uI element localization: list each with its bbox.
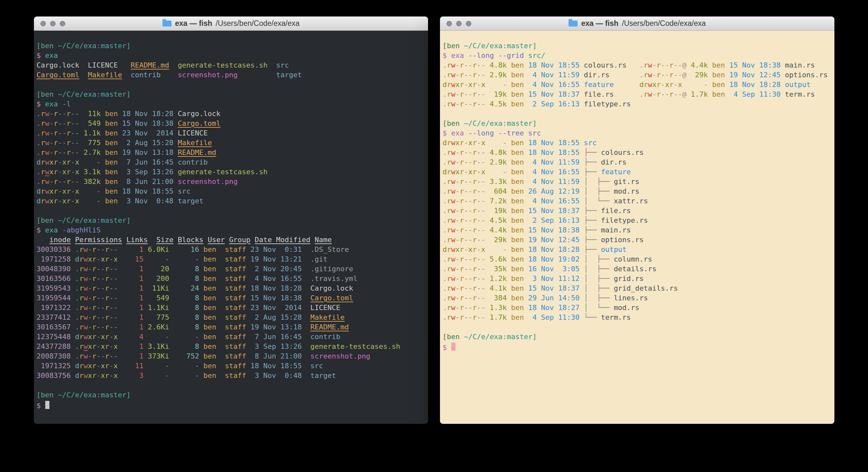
text-run: src <box>276 61 289 69</box>
perm-char: x <box>481 81 485 89</box>
text-run: term.rs <box>785 90 815 98</box>
perm-char: r <box>105 313 109 321</box>
perm-char: - <box>477 216 481 224</box>
perm-char: - <box>477 284 481 292</box>
perm-char: - <box>477 265 481 273</box>
close-button[interactable] <box>446 21 452 26</box>
perm-char: r <box>105 352 109 360</box>
perm-char: . <box>442 158 447 166</box>
terminal-content[interactable]: [ben ~/C/e/exa:master]$ exaCargo.lock LI… <box>34 31 428 424</box>
text-run: 3.3k <box>486 177 507 185</box>
perm-char: r <box>105 294 109 302</box>
text-run: filetype.rs <box>584 100 631 108</box>
text-run: 15 Nov 18:37 <box>528 207 584 215</box>
text-run: 3 Nov 11:12 <box>528 274 584 283</box>
terminal-line: $ exa --long --tree src <box>442 128 832 138</box>
titlebar[interactable]: exa — fish /Users/ben/Code/exa/exa <box>34 17 428 31</box>
text-run: lines.rs <box>614 294 648 302</box>
text-run: ben <box>507 197 528 205</box>
perm-char: . <box>75 313 79 321</box>
text-run: │ ├── <box>584 255 614 263</box>
perm-char: - <box>96 265 100 273</box>
text-run: 31959543 <box>36 284 71 292</box>
perm-char: w <box>84 284 88 292</box>
text-run: 15 Nov 18:38 <box>730 61 785 69</box>
perm-char: - <box>468 177 473 185</box>
perm-char: w <box>451 81 456 89</box>
zoom-button[interactable] <box>466 21 471 26</box>
text-run: - <box>80 158 101 166</box>
text-run <box>148 236 156 244</box>
close-button[interactable] <box>40 21 46 26</box>
text-run <box>71 255 75 263</box>
perm-char: - <box>88 284 92 292</box>
text-run <box>122 71 131 79</box>
perm-char: . <box>36 148 41 156</box>
perm-char: . <box>442 236 447 244</box>
perm-char: - <box>101 303 105 312</box>
text-run: ben <box>101 148 122 156</box>
perm-char: - <box>58 177 62 185</box>
perm-char: w <box>648 81 652 89</box>
text-run: src <box>528 129 541 137</box>
terminal-line: drwxr-xr-x - ben 4 Nov 16:55 feature drw… <box>442 80 832 90</box>
perm-char: r <box>41 119 45 127</box>
terminal-line: .rw-r--r-- 775 ben 2 Aug 15:28 Makefile <box>36 138 426 148</box>
perm-char: w <box>84 245 88 254</box>
text-run: 18 Nov 18:28 <box>730 81 785 89</box>
perm-char: x <box>468 139 473 147</box>
perm-char: - <box>464 216 468 224</box>
text-run: screenshot.png <box>178 177 238 185</box>
perm-char: r <box>92 342 96 350</box>
perm-char: w <box>451 168 456 176</box>
perm-char: r <box>473 81 477 89</box>
perm-char: - <box>477 303 481 312</box>
perm-char: - <box>456 313 460 321</box>
perm-char: - <box>58 197 62 205</box>
minimize-button[interactable] <box>456 21 462 26</box>
perm-char: r <box>473 177 477 185</box>
perm-char: - <box>58 168 62 176</box>
perm-char: - <box>96 255 100 263</box>
terminal-line: 1971325 drwxr-xr-x 11 - - ben staff 18 N… <box>36 361 426 371</box>
perm-char: - <box>456 177 460 185</box>
text-run: 19k <box>486 207 507 215</box>
perm-char: r <box>669 90 674 98</box>
perm-char: . <box>639 90 644 98</box>
text-run: 1 <box>122 274 144 283</box>
perm-char: - <box>96 372 100 380</box>
text-run <box>71 352 75 360</box>
titlebar[interactable]: exa — fish /Users/ben/Code/exa/exa <box>440 17 834 31</box>
text-run <box>58 100 62 108</box>
minimize-button[interactable] <box>50 21 56 26</box>
perm-char: x <box>481 245 485 254</box>
text-run: Makefile <box>310 313 345 321</box>
perm-char: @ <box>682 61 686 69</box>
terminal-content[interactable]: [ben ~/C/e/exa:master]$ exa --long --gri… <box>440 31 834 424</box>
text-run: 15 Nov 18:37 <box>528 284 584 292</box>
text-run: output <box>785 81 810 89</box>
text-run <box>122 236 126 244</box>
perm-char: - <box>468 216 473 224</box>
text-run <box>58 226 62 234</box>
perm-char: r <box>105 284 109 292</box>
text-run: 8 <box>169 342 199 350</box>
terminal-line: .rw-r--r-- 1.2k ben 3 Nov 11:12 │ ├── gr… <box>442 274 832 284</box>
perm-char: r <box>460 207 464 215</box>
terminal-line: .rw-r--r-- 1.1k ben 23 Nov 2014 LICENCE <box>36 128 426 138</box>
perm-char: w <box>451 265 456 273</box>
perm-char: r <box>105 274 109 283</box>
perm-char: r <box>460 61 464 69</box>
zoom-button[interactable] <box>60 21 65 26</box>
perm-char: - <box>661 81 665 89</box>
text-run <box>71 294 75 302</box>
perm-char: - <box>88 265 92 273</box>
perm-char: - <box>468 207 473 215</box>
text-run <box>310 236 315 244</box>
perm-char: - <box>464 90 468 98</box>
perm-char: - <box>477 158 481 166</box>
text-run: 775 <box>80 139 101 147</box>
perm-char: r <box>473 274 477 283</box>
perm-char: d <box>75 362 79 370</box>
perm-char: x <box>88 362 92 370</box>
